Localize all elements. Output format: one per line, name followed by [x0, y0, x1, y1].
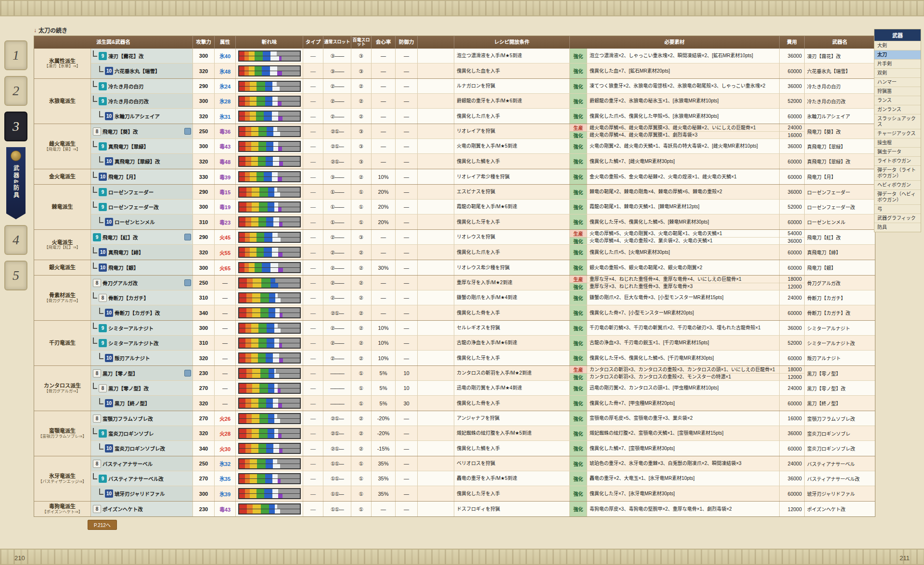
- sharpness-cell: [236, 471, 303, 486]
- materials-list: 棘竜の靭尾×2、棘竜の剛角×4、棘竜の厚鱗×6、棘竜の重殻×2: [587, 185, 779, 199]
- weapon-name: 骨断刀【カガチ】: [108, 294, 149, 301]
- menu-item-entry[interactable]: ハンマー: [874, 77, 921, 87]
- method-badge: 強化: [570, 486, 587, 501]
- sharpness-cell: [236, 200, 303, 214]
- sharpness-segment: [259, 389, 268, 393]
- weapon-name: 真飛竜刀【翠緑】: [108, 143, 149, 150]
- sharpness-segment: [278, 403, 282, 408]
- cost-value: 18000: [780, 366, 804, 373]
- chapter-tab-4[interactable]: 4: [4, 225, 27, 255]
- sharpness-segment: [251, 147, 258, 151]
- type-value: ―: [303, 49, 323, 63]
- sharpness-segment: [239, 71, 244, 75]
- sharpness-bar: [238, 111, 301, 122]
- weapon-name: 飛竜刀【紅】改: [103, 234, 138, 241]
- sharpness-segment: [278, 434, 281, 438]
- menu-item-entry[interactable]: ヘビィボウガン: [874, 180, 921, 189]
- group-derivation-note: 【バスティザンエッジ⇒】: [38, 479, 86, 484]
- sharpness-bar: [238, 156, 301, 167]
- chapter-tab-1[interactable]: 1: [4, 40, 27, 70]
- menu-item-entry[interactable]: 武器グラフィック: [874, 213, 921, 223]
- sharpness-bar: [238, 262, 301, 273]
- materials-cell: 銀火竜の重殻×5、銀火竜の靭尾×2、銀火竜の剛翼×2: [587, 260, 780, 275]
- sharpness-bar-row: [239, 459, 300, 464]
- sharpness-segment: [264, 116, 271, 121]
- defense-value: ―: [396, 411, 418, 426]
- sharpness-segment: [268, 202, 274, 207]
- weapon-tree-cell: 9飛竜刀【紅】改: [91, 230, 193, 244]
- weapon-name: 骨刀グアルガ改: [103, 279, 138, 287]
- rarity-badge: 8: [93, 460, 101, 468]
- chapter-tab-5[interactable]: 5: [4, 261, 27, 290]
- menu-item-entry[interactable]: 弾データ（ライトボウガン）: [874, 165, 921, 180]
- slot-value: ②――: [323, 321, 351, 335]
- cost-value: 36000: [780, 321, 804, 335]
- sharpness-segment: [255, 268, 262, 272]
- rampage-slot-value: ②: [351, 245, 372, 260]
- sharpness-cell: [236, 49, 303, 63]
- chapter-tab-3[interactable]: 3: [4, 112, 27, 141]
- weapon-name-right: 黒刀【零ノ型】改: [805, 381, 875, 395]
- sharpness-segment: [275, 504, 277, 509]
- weapon-row: 10飛竜刀【月】330毒39―③――②10%―リオレイア希少種を狩猟強化金火竜の…: [91, 169, 875, 184]
- sharpness-segment: [273, 222, 279, 226]
- sharpness-segment: [252, 369, 260, 373]
- sharpness-segment: [270, 71, 277, 75]
- weapon-name: 飛竜刀【銀】: [108, 264, 139, 271]
- menu-item-entry[interactable]: ガンランス: [874, 105, 921, 114]
- slot-value: ②――: [323, 109, 351, 124]
- sharpness-segment: [273, 399, 278, 403]
- method-cell: 強化: [570, 139, 587, 153]
- rampage-slot-value: ③: [351, 124, 372, 138]
- slot-value: ―――: [323, 381, 351, 395]
- affinity-value: 35%: [372, 471, 396, 486]
- method-badge: 強化: [570, 351, 587, 365]
- menu-item-entry[interactable]: スラッシュアックス: [874, 114, 921, 129]
- menu-item-active[interactable]: 太刀: [874, 50, 921, 59]
- sharpness-segment: [279, 222, 283, 226]
- tree-connector: [99, 398, 103, 404]
- sharpness-segment: [250, 87, 257, 91]
- method-cell: 強化: [570, 336, 587, 350]
- sharpness-segment: [239, 464, 245, 468]
- menu-item-entry[interactable]: ライトボウガン: [874, 156, 921, 165]
- element-value: ―: [215, 336, 236, 350]
- cost-cell: 60000: [780, 396, 805, 411]
- chapter-tab-2[interactable]: 2: [4, 76, 27, 106]
- group-label: 骨素材派生【骨刀グアルガ⇒】: [34, 276, 91, 320]
- sharpness-segment: [239, 353, 246, 358]
- sharpness-cell: [236, 381, 303, 395]
- defense-value: ―: [396, 426, 418, 440]
- menu-item-entry[interactable]: 大剣: [874, 41, 921, 50]
- slot-value: ②――: [323, 245, 351, 260]
- next-page-tag[interactable]: P.212へ: [88, 520, 117, 530]
- sharpness-segment: [249, 263, 255, 267]
- menu-item-entry[interactable]: 片手剣: [874, 59, 921, 68]
- craftable-icon: [184, 279, 191, 286]
- menu-item-entry[interactable]: 弾データ（ヘビィボウガン）: [874, 189, 921, 204]
- menu-item-entry[interactable]: 双剣: [874, 68, 921, 77]
- tree-connector: [93, 338, 97, 344]
- type-value: ―: [303, 396, 323, 411]
- menu-item-entry[interactable]: チャージアックス: [874, 129, 921, 138]
- rampage-slot-value: ②: [351, 336, 372, 350]
- menu-item-entry[interactable]: 弓: [874, 204, 921, 213]
- menu-item-entry[interactable]: 防具: [874, 223, 921, 232]
- type-value: ―: [303, 305, 323, 320]
- menu-item-entry[interactable]: 狩猟笛: [874, 87, 921, 96]
- sharpness-bar: [238, 187, 301, 198]
- cost-cell: 1800012000: [780, 366, 805, 380]
- unlock-condition: ルナガロンを狩猟: [454, 79, 570, 93]
- attack-value: 310: [193, 290, 215, 305]
- weapon-tree-cell: 10骨断刀【カガチ】改: [91, 305, 193, 320]
- sharpness-segment: [258, 358, 266, 363]
- weapon-group: 棘竜派生9ローゼンフェーダー290毒15―①――①20%―エスピナスを狩猟強化棘…: [34, 185, 875, 230]
- weapon-name: バスティアナサーベル: [103, 460, 153, 467]
- sharpness-segment: [266, 358, 273, 363]
- menu-item-entry[interactable]: 操虫棍: [874, 138, 921, 147]
- spacer-cell: [418, 305, 454, 320]
- type-value: ―: [303, 79, 323, 93]
- menu-item-entry[interactable]: 猟虫データ: [874, 147, 921, 156]
- menu-item-entry[interactable]: ランス: [874, 96, 921, 105]
- cost-value: 36000: [780, 426, 804, 440]
